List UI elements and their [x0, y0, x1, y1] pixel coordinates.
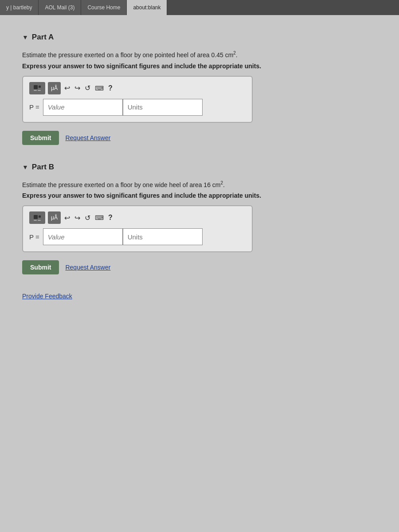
- tab-bar: y | bartleby AOL Mail (3) Course Home ab…: [0, 0, 399, 15]
- part-b-value-input[interactable]: [43, 228, 123, 245]
- part-a-header: ▼ Part A: [22, 33, 377, 42]
- provide-feedback-section: Provide Feedback: [22, 292, 377, 300]
- part-b-refresh-icon: ↺: [85, 214, 90, 222]
- part-b-answer-box: μÅ ↩ ↪ ↺ ⌨ ? P =: [22, 205, 253, 252]
- part-a-input-row: P =: [29, 99, 246, 116]
- part-b-refresh-button[interactable]: ↺: [84, 214, 91, 222]
- part-b-section: ▼ Part B Estimate the pressure exerted o…: [22, 163, 377, 275]
- tab-about-blank[interactable]: about:blank: [127, 0, 167, 15]
- part-a-buttons-row: Submit Request Answer: [22, 131, 377, 145]
- part-b-format-button[interactable]: [29, 211, 45, 224]
- part-a-toolbar: μÅ ↩ ↪ ↺ ⌨ ?: [29, 82, 246, 94]
- tab-bartleby-label: y | bartleby: [6, 4, 32, 11]
- tab-about-blank-label: about:blank: [133, 4, 160, 11]
- part-b-redo-button[interactable]: ↪: [74, 214, 81, 222]
- format-squares-icon: [32, 82, 43, 94]
- part-a-instruction: Express your answer to two significant f…: [22, 63, 377, 70]
- part-a-title: Part A: [32, 33, 54, 42]
- part-b-greek-button[interactable]: μÅ: [48, 211, 61, 224]
- part-b-submit-button[interactable]: Submit: [22, 260, 59, 274]
- part-b-undo-icon: ↩: [64, 214, 70, 222]
- keyboard-icon: ⌨: [95, 85, 104, 92]
- part-a-units-input[interactable]: [123, 99, 203, 116]
- part-b-redo-icon: ↪: [74, 214, 80, 222]
- tab-course-home-label: Course Home: [87, 4, 120, 11]
- part-b-input-row: P =: [29, 228, 246, 245]
- part-b-collapse-arrow[interactable]: ▼: [22, 164, 28, 171]
- part-a-request-answer-button[interactable]: Request Answer: [65, 134, 110, 141]
- part-b-greek-label: μÅ: [51, 215, 58, 221]
- part-b-undo-button[interactable]: ↩: [63, 214, 71, 222]
- content-area: ▼ Part A Estimate the pressure exerted o…: [0, 15, 399, 532]
- part-b-title: Part B: [32, 163, 54, 172]
- part-b-description: Estimate the pressure exerted on a floor…: [22, 180, 377, 190]
- part-a-greek-button[interactable]: μÅ: [48, 82, 61, 94]
- part-b-p-label: P =: [29, 233, 39, 241]
- part-b-help-question-icon: ?: [108, 214, 113, 221]
- part-a-greek-label: μÅ: [51, 85, 58, 91]
- part-b-instruction: Express your answer to two significant f…: [22, 192, 377, 199]
- part-b-keyboard-button[interactable]: ⌨: [94, 214, 105, 221]
- part-b-header: ▼ Part B: [22, 163, 377, 172]
- undo-icon: ↩: [64, 84, 70, 92]
- part-b-format-squares-icon: [32, 211, 43, 224]
- tab-course-home[interactable]: Course Home: [81, 0, 127, 15]
- part-b-request-answer-button[interactable]: Request Answer: [65, 264, 110, 271]
- help-question-icon: ?: [108, 84, 113, 92]
- part-b-keyboard-icon: ⌨: [95, 214, 104, 221]
- part-b-units-input[interactable]: [123, 228, 203, 245]
- tab-aol[interactable]: AOL Mail (3): [39, 0, 81, 15]
- part-b-toolbar: μÅ ↩ ↪ ↺ ⌨ ?: [29, 211, 246, 224]
- part-a-section: ▼ Part A Estimate the pressure exerted o…: [22, 33, 377, 145]
- part-b-buttons-row: Submit Request Answer: [22, 260, 377, 274]
- refresh-icon: ↺: [85, 84, 90, 92]
- part-a-undo-button[interactable]: ↩: [63, 84, 71, 92]
- part-a-submit-button[interactable]: Submit: [22, 131, 59, 145]
- tab-aol-label: AOL Mail (3): [45, 4, 74, 11]
- part-a-format-button[interactable]: [29, 82, 45, 94]
- part-b-help-button[interactable]: ?: [107, 214, 113, 222]
- provide-feedback-button[interactable]: Provide Feedback: [22, 293, 72, 300]
- part-a-redo-button[interactable]: ↪: [74, 84, 81, 92]
- part-a-answer-box: μÅ ↩ ↪ ↺ ⌨ ?: [22, 76, 253, 123]
- part-a-keyboard-button[interactable]: ⌨: [94, 85, 105, 92]
- part-a-p-label: P =: [29, 103, 39, 111]
- part-a-collapse-arrow[interactable]: ▼: [22, 34, 28, 41]
- part-a-help-button[interactable]: ?: [107, 84, 113, 92]
- part-a-description: Estimate the pressure exerted on a floor…: [22, 50, 377, 60]
- tab-bartleby[interactable]: y | bartleby: [0, 0, 39, 15]
- part-a-value-input[interactable]: [43, 99, 123, 116]
- part-a-refresh-button[interactable]: ↺: [84, 84, 91, 92]
- redo-icon: ↪: [74, 84, 80, 92]
